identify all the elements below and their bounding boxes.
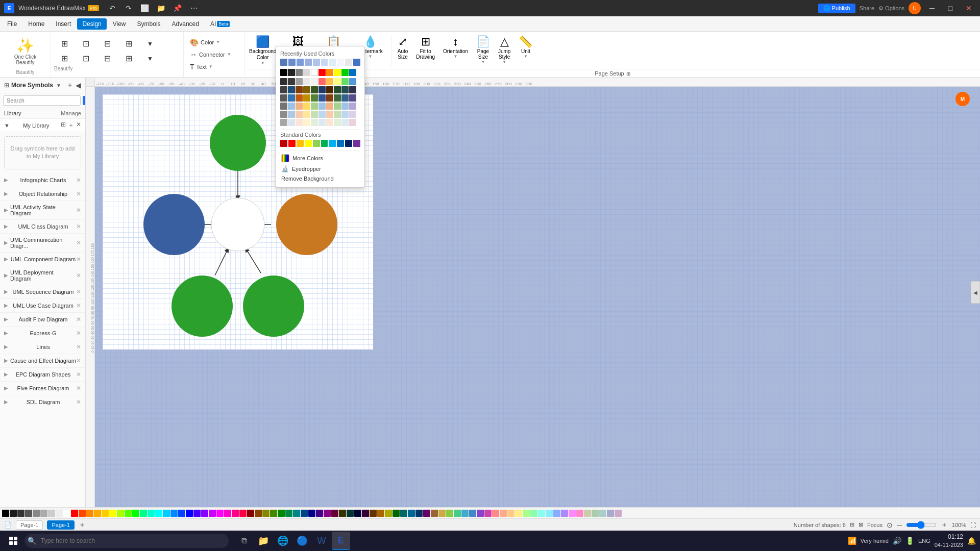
g2-9[interactable] — [341, 86, 349, 93]
text-btn[interactable]: T Text ▼ — [188, 62, 240, 72]
g1-9[interactable] — [341, 78, 349, 85]
palette-bar-color-67[interactable] — [515, 510, 522, 517]
background-color-btn[interactable]: 🟦 BackgroundColor ▼ — [246, 34, 279, 67]
palette-bar-color-74[interactable] — [569, 510, 576, 517]
palette-bar-color-52[interactable] — [400, 510, 407, 517]
sidebar-item-uml-usecase[interactable]: ▶ UML Use Case Diagram ✕ — [0, 299, 85, 313]
g5-3[interactable] — [296, 111, 303, 118]
g3-5[interactable] — [311, 94, 318, 102]
palette-bar-color-32[interactable] — [247, 510, 254, 517]
palette-bar-color-73[interactable] — [561, 510, 568, 517]
add-page-btn[interactable]: ＋ — [79, 520, 86, 530]
g3-8[interactable] — [334, 94, 341, 102]
unit-btn[interactable]: 📏 Unit ▼ — [516, 34, 535, 67]
menu-ai[interactable]: AI Beta — [205, 18, 235, 30]
options-button[interactable]: ⚙ Options — [878, 5, 904, 12]
g2-8[interactable] — [334, 86, 341, 93]
palette-bar-color-49[interactable] — [377, 510, 384, 517]
page-tab-1[interactable]: Page-1 — [16, 520, 43, 530]
pin-btn[interactable]: 📌 — [170, 3, 185, 13]
g6-4[interactable] — [303, 119, 310, 126]
palette-bar-color-41[interactable] — [316, 510, 323, 517]
palette-bar-color-8[interactable] — [63, 510, 70, 517]
g4-3[interactable] — [296, 103, 303, 110]
g5-5[interactable] — [311, 111, 318, 118]
g6-9[interactable] — [341, 119, 349, 126]
g6-3[interactable] — [296, 119, 303, 126]
g3-4[interactable] — [303, 94, 310, 102]
palette-blue[interactable] — [349, 69, 356, 76]
palette-bar-color-58[interactable] — [446, 510, 453, 517]
window-maximize[interactable]: □ — [943, 3, 958, 13]
g6-1[interactable] — [280, 119, 287, 126]
palette-bar-color-44[interactable] — [339, 510, 346, 517]
sidebar-item-uml-activity[interactable]: ▶ UML Activity State Diagram ✕ — [0, 201, 85, 220]
palette-bar-color-15[interactable] — [117, 510, 124, 517]
std-10[interactable] — [353, 140, 360, 147]
sidebar-item-audit[interactable]: ▶ Audit Flow Diagram ✕ — [0, 313, 85, 327]
g1-10[interactable] — [349, 78, 356, 85]
sidebar-item-five-forces[interactable]: ▶ Five Forces Diagram ✕ — [0, 382, 85, 395]
taskbar-app-edge[interactable]: 🌐 — [274, 532, 292, 550]
zoom-in-btn[interactable]: ＋ — [941, 520, 948, 530]
palette-bar-color-16[interactable] — [125, 510, 132, 517]
palette-yellow[interactable] — [334, 69, 341, 76]
palette-green[interactable] — [341, 69, 349, 76]
layout-btn-2[interactable]: ⊡ — [76, 37, 96, 50]
sidebar-add-btn[interactable]: ＋ — [66, 81, 74, 90]
palette-bar-color-18[interactable] — [140, 510, 147, 517]
item-close[interactable]: ✕ — [76, 239, 81, 246]
fit-to-drawing-btn[interactable]: ⊞ Fit toDrawing — [413, 34, 438, 67]
std-2[interactable] — [288, 140, 296, 147]
item-close[interactable]: ✕ — [76, 207, 81, 214]
std-1[interactable] — [280, 140, 287, 147]
g5-9[interactable] — [341, 111, 349, 118]
eyedropper-row[interactable]: 🔬 Eyedropper — [280, 164, 360, 174]
g4-5[interactable] — [311, 103, 318, 110]
item-close[interactable]: ✕ — [76, 343, 81, 350]
recent-color-1[interactable] — [280, 59, 287, 66]
std-3[interactable] — [297, 140, 304, 147]
g3-6[interactable] — [318, 94, 326, 102]
item-close[interactable]: ✕ — [76, 357, 81, 364]
g4-4[interactable] — [303, 103, 310, 110]
palette-bar-color-17[interactable] — [132, 510, 139, 517]
taskbar-search-input[interactable] — [24, 534, 229, 548]
menu-symbols[interactable]: Symbols — [132, 18, 166, 30]
zoom-out-btn[interactable]: ─ — [897, 521, 902, 529]
right-panel-toggle[interactable]: ◀ — [971, 281, 980, 304]
window-close[interactable]: ✕ — [962, 3, 976, 13]
palette-bar-color-21[interactable] — [163, 510, 170, 517]
palette-bar-color-51[interactable] — [393, 510, 400, 517]
item-close[interactable]: ✕ — [76, 223, 81, 230]
sidebar-title-dropdown[interactable]: ▼ — [56, 83, 61, 88]
palette-bar-color-62[interactable] — [477, 510, 484, 517]
taskbar-app-chrome[interactable]: 🔵 — [293, 532, 311, 550]
g3-3[interactable] — [296, 94, 303, 102]
g4-1[interactable] — [280, 103, 287, 110]
palette-bar-color-50[interactable] — [385, 510, 392, 517]
palette-bar-color-4[interactable] — [33, 510, 40, 517]
g4-9[interactable] — [341, 103, 349, 110]
palette-bar-color-23[interactable] — [178, 510, 185, 517]
recent-color-8[interactable] — [337, 59, 344, 66]
g2-5[interactable] — [311, 86, 318, 93]
align-more[interactable]: ▼ — [140, 52, 160, 65]
item-close[interactable]: ✕ — [76, 398, 81, 406]
taskbar-app-edraw[interactable]: E — [332, 532, 350, 550]
std-8[interactable] — [337, 140, 344, 147]
g2-2[interactable] — [288, 86, 295, 93]
palette-bar-color-14[interactable] — [109, 510, 116, 517]
palette-bar-color-13[interactable] — [102, 510, 109, 517]
g3-10[interactable] — [349, 94, 356, 102]
g1-1[interactable] — [280, 78, 287, 85]
g2-7[interactable] — [326, 86, 333, 93]
palette-white[interactable] — [311, 69, 318, 76]
focus-label[interactable]: Focus — [867, 522, 883, 528]
g6-6[interactable] — [318, 119, 326, 126]
undo-btn[interactable]: ↶ — [105, 3, 119, 13]
palette-bar-color-43[interactable] — [331, 510, 338, 517]
menu-file[interactable]: File — [2, 18, 22, 30]
save-btn[interactable]: ⬜ — [138, 3, 152, 13]
g3-1[interactable] — [280, 94, 287, 102]
